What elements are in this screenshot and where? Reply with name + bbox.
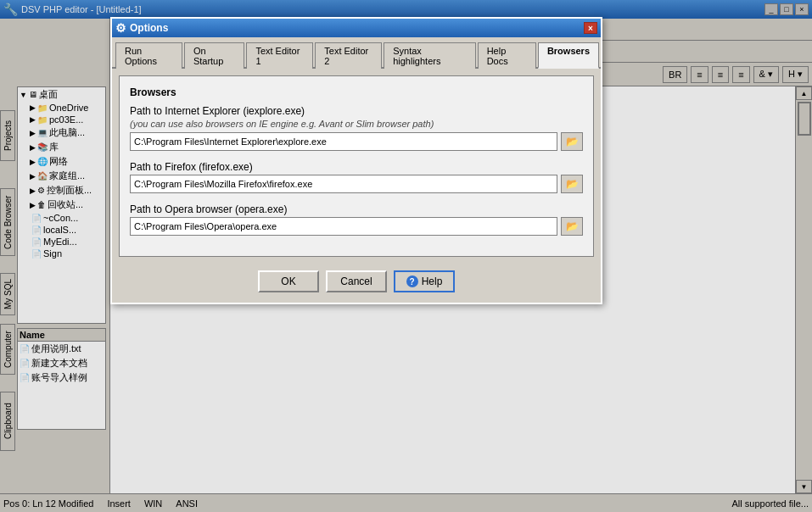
folder-open-icon-3: 📂 (566, 220, 579, 232)
ie-path-row: 📂 (130, 132, 583, 151)
tab-text-editor-2[interactable]: Text Editor 2 (315, 42, 382, 69)
firefox-browse-button[interactable]: 📂 (561, 175, 583, 193)
tabs-bar: Run Options On Startup Text Editor 1 Tex… (112, 37, 601, 69)
firefox-path-input[interactable] (130, 175, 557, 193)
tab-run-options[interactable]: Run Options (115, 42, 182, 69)
tab-syntax-highlighters[interactable]: Syntax highlighters (384, 42, 475, 69)
help-icon: ? (406, 275, 418, 287)
opera-path-row: 📂 (130, 217, 583, 236)
tab-on-startup[interactable]: On Startup (184, 42, 245, 69)
tab-text-editor-1[interactable]: Text Editor 1 (246, 42, 313, 69)
modal-title: Options (126, 22, 584, 34)
ie-browser-group: Path to Internet Explorer (iexplore.exe)… (130, 105, 583, 151)
firefox-label: Path to Firefox (firefox.exe) (130, 161, 583, 173)
tab-help-docs[interactable]: Help Docs (478, 42, 536, 69)
help-label: Help (422, 275, 443, 287)
cancel-button[interactable]: Cancel (326, 270, 387, 292)
dialog-body: Browsers Path to Internet Explorer (iexp… (119, 75, 594, 257)
folder-open-icon: 📂 (566, 136, 579, 147)
modal-titlebar: ⚙ Options × (112, 19, 601, 37)
ok-button[interactable]: OK (258, 270, 319, 292)
ie-path-input[interactable] (130, 132, 557, 151)
firefox-path-row: 📂 (130, 175, 583, 193)
ie-label: Path to Internet Explorer (iexplore.exe) (130, 105, 583, 117)
ie-sublabel: (you can use also browsers on IE engine … (130, 119, 583, 129)
ie-browse-button[interactable]: 📂 (561, 132, 583, 151)
opera-browser-group: Path to Opera browser (opera.exe) 📂 (130, 203, 583, 236)
modal-close-button[interactable]: × (584, 22, 597, 34)
modal-overlay: ⚙ Options × Run Options On Startup Text … (0, 0, 812, 512)
opera-path-input[interactable] (130, 217, 557, 236)
folder-open-icon-2: 📂 (566, 178, 579, 190)
section-title: Browsers (130, 86, 583, 98)
opera-browse-button[interactable]: 📂 (561, 217, 583, 236)
opera-label: Path to Opera browser (opera.exe) (130, 203, 583, 215)
firefox-browser-group: Path to Firefox (firefox.exe) 📂 (130, 161, 583, 193)
dialog-footer: OK Cancel ? Help (112, 264, 601, 303)
options-dialog: ⚙ Options × Run Options On Startup Text … (110, 17, 602, 304)
tab-browsers[interactable]: Browsers (538, 42, 599, 69)
help-button[interactable]: ? Help (394, 270, 455, 292)
